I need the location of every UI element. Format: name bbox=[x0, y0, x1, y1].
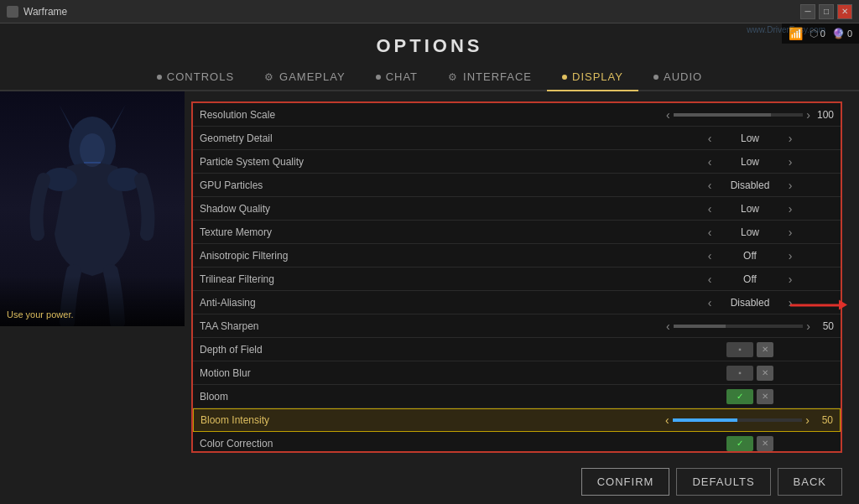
platinum-icon: ⬡ bbox=[810, 28, 818, 39]
setting-control-bloom: ✓ ✕ bbox=[666, 389, 834, 404]
arrow-right[interactable]: › bbox=[784, 226, 796, 239]
arrow-right[interactable]: › bbox=[784, 202, 796, 216]
defaults-button[interactable]: DEFAULTS bbox=[676, 468, 770, 496]
setting-label-color-correction: Color Correction bbox=[200, 438, 666, 449]
close-button[interactable]: ✕ bbox=[837, 4, 852, 19]
confirm-button[interactable]: CONFIRM bbox=[581, 468, 670, 496]
arrow-left[interactable]: ‹ bbox=[704, 155, 716, 169]
tab-display-label: DISPLAY bbox=[572, 70, 623, 83]
toggle-off-btn[interactable]: ▪ bbox=[726, 342, 753, 357]
arrow-right[interactable]: › bbox=[784, 273, 796, 286]
arrow-value: Low bbox=[721, 203, 779, 215]
setting-row-color-correction: Color Correction ✓ ✕ bbox=[193, 432, 841, 453]
tab-chat-icon bbox=[376, 75, 381, 80]
slider-right-arrow[interactable]: › bbox=[806, 108, 810, 122]
setting-row-dof: Depth of Field ▪ ✕ bbox=[193, 338, 841, 361]
toggle-on-btn[interactable]: ✓ bbox=[726, 389, 753, 404]
tab-interface[interactable]: ⚙ INTERFACE bbox=[433, 64, 547, 91]
arrow-right[interactable]: › bbox=[784, 296, 796, 309]
setting-label-texture-memory: Texture Memory bbox=[200, 226, 666, 238]
tab-controls[interactable]: CONTROLS bbox=[142, 64, 249, 91]
setting-row-trilinear: Trilinear Filtering ‹ Off › bbox=[193, 268, 841, 291]
tab-audio[interactable]: AUDIO bbox=[638, 64, 717, 91]
arrow-select-trilinear[interactable]: ‹ Off › bbox=[704, 273, 796, 286]
toggle-off-btn[interactable]: ▪ bbox=[726, 366, 753, 381]
setting-label-bloom-intensity: Bloom Intensity bbox=[200, 414, 665, 426]
slider-left-arrow[interactable]: ‹ bbox=[666, 320, 670, 333]
arrow-left[interactable]: ‹ bbox=[704, 226, 716, 239]
slider-bloom-intensity[interactable]: ‹ › 50 bbox=[665, 413, 833, 427]
setting-control-anti-aliasing: ‹ Disabled › bbox=[666, 296, 834, 309]
setting-control-resolution-scale: ‹ › 100 bbox=[666, 108, 834, 122]
setting-control-taa-sharpen: ‹ › 50 bbox=[666, 320, 834, 333]
arrow-right[interactable]: › bbox=[784, 179, 796, 192]
slider-track[interactable] bbox=[674, 113, 804, 117]
tab-interface-icon: ⚙ bbox=[448, 71, 458, 83]
arrow-select-gpu-particles[interactable]: ‹ Disabled › bbox=[704, 179, 796, 192]
slider-track[interactable] bbox=[673, 418, 803, 422]
arrow-left[interactable]: ‹ bbox=[704, 132, 716, 145]
tab-chat[interactable]: CHAT bbox=[361, 64, 433, 91]
toggle-x-btn[interactable]: ✕ bbox=[757, 436, 773, 451]
back-button[interactable]: BACK bbox=[778, 468, 842, 496]
setting-control-motion-blur: ▪ ✕ bbox=[666, 366, 834, 381]
arrow-left[interactable]: ‹ bbox=[704, 296, 716, 309]
tab-gameplay-icon: ⚙ bbox=[264, 71, 274, 83]
arrow-value: Low bbox=[721, 156, 779, 168]
arrow-select-particle-quality[interactable]: ‹ Low › bbox=[704, 155, 796, 169]
tab-gameplay-label: GAMEPLAY bbox=[279, 70, 346, 83]
main-content: OPTIONS CONTROLS ⚙ GAMEPLAY CHAT ⚙ INTER… bbox=[0, 23, 859, 504]
setting-row-geometry-detail: Geometry Detail ‹ Low › bbox=[193, 127, 841, 150]
toggle-on-btn[interactable]: ✓ bbox=[726, 436, 753, 451]
setting-row-particle-quality: Particle System Quality ‹ Low › bbox=[193, 150, 841, 174]
toggle-x-btn[interactable]: ✕ bbox=[757, 366, 773, 381]
arrow-select-texture-memory[interactable]: ‹ Low › bbox=[704, 226, 796, 239]
arrow-right[interactable]: › bbox=[784, 249, 796, 262]
character-image: Use your power. bbox=[0, 91, 185, 326]
svg-point-5 bbox=[80, 133, 105, 167]
arrow-right[interactable]: › bbox=[784, 155, 796, 169]
page-title: OPTIONS bbox=[0, 23, 859, 64]
minimize-button[interactable]: ─ bbox=[800, 4, 815, 19]
setting-row-texture-memory: Texture Memory ‹ Low › bbox=[193, 221, 841, 244]
toggle-x-btn[interactable]: ✕ bbox=[757, 342, 773, 357]
arrow-select-anisotropic[interactable]: ‹ Off › bbox=[704, 249, 796, 262]
arrow-left[interactable]: ‹ bbox=[704, 179, 716, 192]
maximize-button[interactable]: □ bbox=[819, 4, 834, 19]
setting-row-shadow-quality: Shadow Quality ‹ Low › bbox=[193, 197, 841, 221]
top-right-bar: 📶 ⬡ 0 🔮 0 bbox=[782, 23, 859, 44]
arrow-value: Disabled bbox=[721, 297, 779, 309]
arrow-select-shadow-quality[interactable]: ‹ Low › bbox=[704, 202, 796, 216]
title-bar: Warframe ─ □ ✕ bbox=[0, 0, 859, 23]
slider-right-arrow[interactable]: › bbox=[805, 413, 810, 427]
arrow-left[interactable]: ‹ bbox=[704, 273, 716, 286]
setting-row-anisotropic: Anisotropic Filtering ‹ Off › bbox=[193, 244, 841, 268]
slider-left-arrow[interactable]: ‹ bbox=[666, 108, 670, 122]
tab-audio-icon bbox=[653, 75, 659, 80]
setting-row-gpu-particles: GPU Particles ‹ Disabled › bbox=[193, 174, 841, 197]
arrow-select-geometry-detail[interactable]: ‹ Low › bbox=[704, 132, 796, 145]
toggle-motion-blur[interactable]: ▪ ✕ bbox=[726, 366, 773, 381]
toggle-color-correction[interactable]: ✓ ✕ bbox=[726, 436, 773, 451]
slider-track[interactable] bbox=[674, 325, 804, 328]
slider-resolution-scale[interactable]: ‹ › 100 bbox=[666, 108, 834, 122]
arrow-left[interactable]: ‹ bbox=[704, 249, 716, 262]
toggle-dof[interactable]: ▪ ✕ bbox=[726, 342, 773, 357]
toggle-bloom[interactable]: ✓ ✕ bbox=[726, 389, 773, 404]
settings-panel[interactable]: Resolution Scale ‹ › 100 Geometry Detail bbox=[191, 101, 842, 453]
slider-taa-sharpen[interactable]: ‹ › 50 bbox=[666, 320, 834, 333]
setting-label-geometry-detail: Geometry Detail bbox=[200, 132, 666, 144]
slider-right-arrow[interactable]: › bbox=[806, 320, 810, 333]
toggle-x-btn[interactable]: ✕ bbox=[757, 389, 773, 404]
arrow-right[interactable]: › bbox=[784, 132, 796, 145]
tab-display[interactable]: DISPLAY bbox=[547, 64, 638, 91]
setting-row-motion-blur: Motion Blur ▪ ✕ bbox=[193, 361, 841, 385]
arrow-left[interactable]: ‹ bbox=[704, 202, 716, 216]
slider-fill bbox=[673, 418, 737, 422]
platinum-value: 0 bbox=[820, 29, 825, 39]
arrow-select-anti-aliasing[interactable]: ‹ Disabled › bbox=[704, 296, 796, 309]
setting-row-bloom: Bloom ✓ ✕ bbox=[193, 385, 841, 408]
slider-left-arrow[interactable]: ‹ bbox=[665, 413, 669, 427]
ducats-icon: 🔮 bbox=[832, 28, 845, 39]
tab-gameplay[interactable]: ⚙ GAMEPLAY bbox=[249, 64, 361, 91]
